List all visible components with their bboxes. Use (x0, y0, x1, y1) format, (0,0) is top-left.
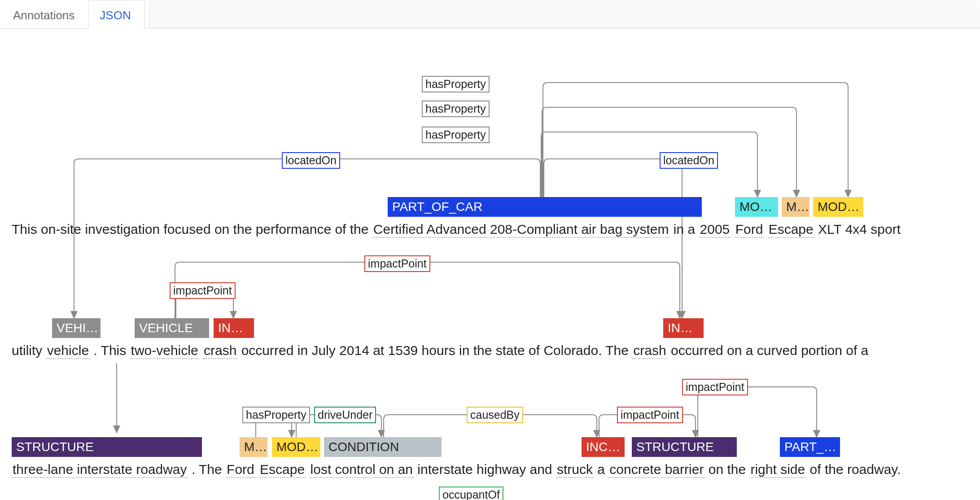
ent-span-crash1[interactable]: crash (203, 343, 237, 359)
ent-label-mod[interactable]: MOD… (813, 197, 863, 217)
rel-impactpoint-small: impactPoint (170, 282, 236, 299)
rel-locatedon-right: locatedOn (660, 152, 718, 169)
text: . The (192, 462, 226, 477)
rel-hasproperty-1: hasProperty (422, 76, 490, 92)
ent-label-mod-2[interactable]: MOD… (272, 437, 320, 457)
text-line-2: utility vehicle . This two-vehicle crash… (12, 343, 868, 359)
ent-label-vehicle[interactable]: VEHICLE (135, 318, 209, 338)
ent-span-vehicle[interactable]: vehicle (46, 343, 90, 359)
tab-json[interactable]: JSON (88, 0, 144, 29)
rel-impactpoint-upper-l3: impactPoint (682, 379, 748, 395)
ent-label-in-1[interactable]: IN… (214, 318, 254, 338)
text: XLT 4x4 sport (818, 222, 901, 237)
ent-span-model[interactable]: Escape (768, 222, 814, 238)
ent-label-vehi[interactable]: VEHI… (52, 318, 101, 338)
ent-label-mo[interactable]: MO… (735, 197, 778, 217)
tab-annotations[interactable]: Annotations (2, 0, 88, 28)
ent-label-part-of-car[interactable]: PART_OF_CAR (388, 197, 702, 217)
ent-label-part-trunc[interactable]: PART_… (780, 437, 840, 457)
ent-label-m[interactable]: M… (782, 197, 809, 217)
tab-filler (149, 0, 980, 28)
rel-hasproperty-2: hasProperty (422, 101, 490, 117)
text: utility (12, 343, 46, 358)
ent-span-part2[interactable]: right side (749, 462, 806, 478)
text: This on-site investigation focused on th… (12, 222, 372, 237)
text: in a (674, 222, 699, 237)
rel-occupantof: occupantOf (439, 487, 503, 500)
ent-span-cond[interactable]: lost control on an (310, 462, 414, 478)
rel-causedby: causedBy (467, 407, 523, 423)
ent-span-part[interactable]: Certified Advanced 208-Compliant air bag… (372, 222, 670, 238)
ent-span-make[interactable]: Ford (735, 222, 764, 238)
rel-impactpoint-top: impactPoint (364, 255, 430, 272)
ent-label-in-2[interactable]: IN… (663, 318, 704, 338)
ent-span-struct1[interactable]: three-lane interstate roadway (12, 462, 188, 478)
text: on the (709, 462, 750, 477)
ent-span-year[interactable]: 2005 (699, 222, 731, 238)
ent-span-inc[interactable]: struck (556, 462, 594, 478)
ent-span-twoveh[interactable]: two-vehicle (130, 343, 199, 359)
text: a (597, 462, 608, 477)
relation-edges (0, 29, 980, 500)
text: interstate highway and (417, 462, 556, 477)
text: of the roadway. (810, 462, 901, 477)
tab-bar: Annotations JSON (0, 0, 980, 29)
text-line-3: three-lane interstate roadway . The Ford… (12, 462, 901, 478)
rel-hasproperty-l3: hasProperty (242, 407, 310, 423)
text: . This (93, 343, 130, 358)
ent-label-m-2[interactable]: M… (240, 437, 267, 457)
annotation-canvas: hasProperty hasProperty hasProperty loca… (0, 29, 980, 500)
text: occurred in July 2014 at 1539 hours in t… (241, 343, 633, 358)
rel-impactpoint-l3: impactPoint (617, 407, 683, 423)
ent-span-struct2[interactable]: concrete barrier (608, 462, 704, 478)
ent-label-structure-2[interactable]: STRUCTURE (632, 437, 737, 457)
text-line-1: This on-site investigation focused on th… (12, 222, 901, 238)
ent-span-crash2[interactable]: crash (632, 343, 667, 359)
ent-span-model2[interactable]: Escape (259, 462, 306, 478)
rel-hasproperty-3: hasProperty (422, 127, 490, 143)
text: occurred on a curved portion of a (671, 343, 868, 358)
ent-span-make2[interactable]: Ford (226, 462, 255, 478)
ent-label-condition[interactable]: CONDITION (324, 437, 442, 457)
ent-label-structure-1[interactable]: STRUCTURE (12, 437, 202, 457)
rel-locatedon-left: locatedOn (282, 152, 340, 169)
rel-driveunder: driveUnder (314, 407, 376, 423)
ent-label-inc[interactable]: INC… (582, 437, 625, 457)
